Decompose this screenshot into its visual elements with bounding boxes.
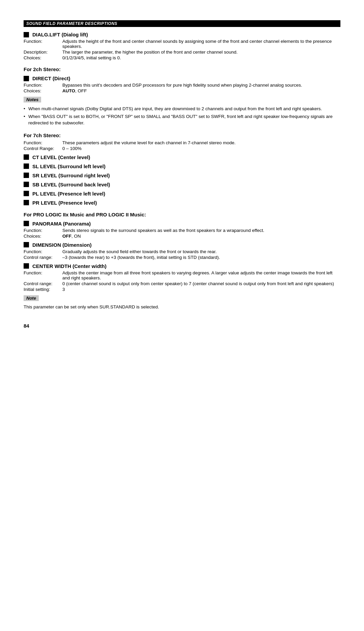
pr-level-heading: PR LEVEL (Presence level)	[24, 200, 340, 206]
dialg-lift-choices-text: 0/1/2/3/4/5, initial setting is 0.	[62, 55, 340, 60]
pl-level-heading: PL LEVEL (Presence left level)	[24, 191, 340, 197]
center-width-control-text: 0 (center channel sound is output only f…	[62, 281, 340, 286]
7ch-control-row: Control Range: 0 – 100%	[24, 146, 340, 151]
direct-heading: DIRECT (Direct)	[24, 76, 340, 81]
panorama-heading: PANORAMA (Panorama)	[24, 221, 340, 227]
bullet-icon	[24, 263, 29, 269]
for-7ch-stereo-heading: For 7ch Stereo:	[24, 132, 340, 138]
header-bar-text: SOUND FIELD PARAMETER DESCRIPTIONS	[26, 21, 117, 26]
sl-level-heading: SL LEVEL (Surround left level)	[24, 163, 340, 169]
panorama-choices-value: OFF, ON	[62, 234, 340, 239]
panorama-choices-bold: OFF	[62, 234, 71, 239]
sr-level-heading: SR LEVEL (Surround right level)	[24, 173, 340, 178]
dimension-heading: DIMENSION (Dimension)	[24, 242, 340, 248]
direct-function-label: Function:	[24, 83, 62, 88]
dialg-lift-description-label: Description:	[24, 50, 62, 55]
bullet-icon	[24, 32, 29, 37]
bullet-icon	[24, 242, 29, 247]
dimension-function-text: Gradually adjusts the sound field either…	[62, 249, 340, 254]
direct-choices-label: Choices:	[24, 88, 62, 93]
for-7ch-stereo-section: For 7ch Stereo: Function: These paramete…	[24, 132, 340, 151]
for-2ch-stereo-heading: For 2ch Stereo:	[24, 66, 340, 72]
ct-level-heading: CT LEVEL (Center level)	[24, 154, 340, 160]
notes-label: Notes	[26, 97, 38, 102]
direct-choices-row: Choices: AUTO, OFF	[24, 88, 340, 93]
7ch-function-row: Function: These parameters adjust the vo…	[24, 140, 340, 145]
center-width-function-label: Function:	[24, 270, 62, 280]
bullet-icon	[24, 76, 29, 81]
panorama-function-text: Sends stereo signals to the surround spe…	[62, 228, 340, 233]
dimension-control-text: –3 (towards the rear) to +3 (towards the…	[62, 255, 340, 260]
center-width-initial-label: Initial setting:	[24, 287, 62, 292]
center-width-initial-text: 3	[62, 287, 340, 292]
dimension-function-label: Function:	[24, 249, 62, 254]
bullet-icon	[24, 173, 29, 178]
dialg-lift-heading: DIALG.LIFT (Dialog lift)	[24, 32, 340, 37]
center-width-function-row: Function: Adjusts the center image from …	[24, 270, 340, 280]
dimension-control-row: Control range: –3 (towards the rear) to …	[24, 255, 340, 260]
panorama-function-label: Function:	[24, 228, 62, 233]
dimension-control-label: Control range:	[24, 255, 62, 260]
for-2ch-stereo-section: For 2ch Stereo:	[24, 66, 340, 72]
direct-choices-value: AUTO, OFF	[62, 88, 340, 93]
center-width-control-row: Control range: 0 (center channel sound i…	[24, 281, 340, 286]
panorama-choices-label: Choices:	[24, 234, 62, 239]
notes-box: Notes	[24, 97, 41, 102]
notes-list: When multi-channel signals (Dolby Digita…	[24, 106, 340, 126]
note-label: Note	[26, 296, 36, 301]
7ch-control-label: Control Range:	[24, 146, 62, 151]
bullet-icon	[24, 182, 29, 187]
panorama-choices-row: Choices: OFF, ON	[24, 234, 340, 239]
direct-choices-bold: AUTO	[62, 88, 75, 93]
center-width-heading: CENTER WIDTH (Center width)	[24, 263, 340, 269]
note-box: Note	[24, 295, 39, 301]
dialg-lift-choices-label: Choices:	[24, 55, 62, 60]
direct-choices-rest: , OFF	[75, 88, 87, 93]
for-pro-logic-section: For PRO LOGIC IIx Music and PRO LOGIC II…	[24, 212, 340, 217]
note-text: This parameter can be set only when SUR.…	[24, 304, 340, 309]
center-width-function-text: Adjusts the center image from all three …	[62, 270, 340, 280]
center-width-initial-row: Initial setting: 3	[24, 287, 340, 292]
for-pro-logic-heading: For PRO LOGIC IIx Music and PRO LOGIC II…	[24, 212, 340, 217]
bullet-icon	[24, 191, 29, 196]
page-number: 84	[24, 323, 340, 329]
direct-function-row: Function: Bypasses this unit's decoders …	[24, 83, 340, 88]
bullet-icon	[24, 221, 29, 226]
bullet-icon	[24, 200, 29, 205]
dialg-lift-description-row: Description: The larger the parameter, t…	[24, 50, 340, 55]
dialg-lift-function-text: Adjusts the height of the front and cent…	[62, 39, 340, 49]
7ch-control-text: 0 – 100%	[62, 146, 340, 151]
dialg-lift-function-row: Function: Adjusts the height of the fron…	[24, 39, 340, 49]
dialg-lift-function-label: Function:	[24, 39, 62, 49]
section-header-bar: SOUND FIELD PARAMETER DESCRIPTIONS	[24, 20, 340, 27]
7ch-function-label: Function:	[24, 140, 62, 145]
dialg-lift-description-text: The larger the parameter, the higher the…	[62, 50, 340, 55]
center-width-control-label: Control range:	[24, 281, 62, 286]
bullet-icon	[24, 154, 29, 160]
panorama-choices-rest: , ON	[71, 234, 81, 239]
7ch-function-text: These parameters adjust the volume level…	[62, 140, 340, 145]
notes-item-2: When "BASS OUT" is set to BOTH, or "FRON…	[24, 114, 340, 126]
direct-function-text: Bypasses this unit's decoders and DSP pr…	[62, 83, 340, 88]
bullet-icon	[24, 163, 29, 169]
notes-item-1: When multi-channel signals (Dolby Digita…	[24, 106, 340, 112]
dimension-function-row: Function: Gradually adjusts the sound fi…	[24, 249, 340, 254]
dialg-lift-choices-row: Choices: 0/1/2/3/4/5, initial setting is…	[24, 55, 340, 60]
panorama-function-row: Function: Sends stereo signals to the su…	[24, 228, 340, 233]
sb-level-heading: SB LEVEL (Surround back level)	[24, 182, 340, 187]
